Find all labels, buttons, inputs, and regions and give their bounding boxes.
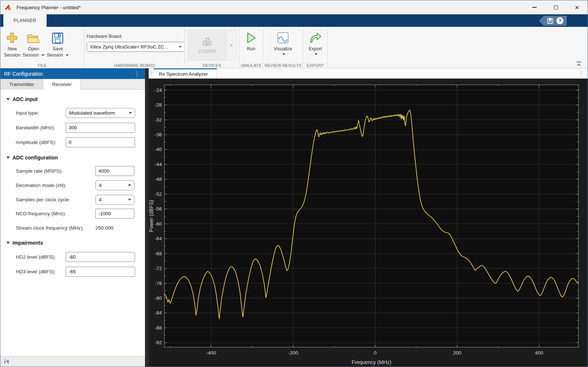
spectrum-plot-canvas[interactable]: -400-2000200400-24-28-32-36-40-44-48-52-… <box>149 79 588 367</box>
svg-text:-88: -88 <box>155 325 162 331</box>
new-session-label: NewSession <box>4 46 20 58</box>
sample-rate-field-wrap <box>95 166 134 176</box>
hardware-board-select[interactable]: Xilinx Zynq UltraScale+ RFSoC ZC... <box>87 42 185 52</box>
nco-frequency-input[interactable] <box>95 209 134 219</box>
maximize-icon <box>554 6 558 10</box>
svg-text:-40: -40 <box>155 147 162 152</box>
samples-per-clock-label: Samples per clock cycle: <box>16 197 70 202</box>
samples-per-clock-value: 4 <box>99 197 102 202</box>
visualize-icon <box>276 30 290 44</box>
open-session-label: OpenSession <box>22 46 44 58</box>
skip-to-start-icon <box>4 359 10 364</box>
chevron-down-icon <box>230 44 233 46</box>
panel-scrollbar[interactable] <box>0 356 145 367</box>
svg-text:Frequency (MHz): Frequency (MHz) <box>352 359 391 365</box>
svg-text:-84: -84 <box>155 310 162 316</box>
svg-text:0: 0 <box>374 350 377 356</box>
input-type-dropdown[interactable]: Modulated waveform <box>66 108 135 118</box>
chevron-down-icon <box>128 184 131 186</box>
section-adc-input[interactable]: ADC input <box>6 96 37 102</box>
rf-configuration-panel: RF Configuration ⋮ Transmitter Receiver … <box>0 68 145 367</box>
tab-receiver[interactable]: Receiver <box>43 79 81 90</box>
collapse-triangle-icon <box>6 156 10 159</box>
tab-drag-handle-icon[interactable]: ⁞⁞ <box>149 68 154 78</box>
close-button[interactable]: ✕ <box>566 0 588 14</box>
visualize-button[interactable]: Visualize <box>274 30 292 55</box>
section-file-label: FILE <box>0 63 84 68</box>
open-session-button[interactable]: OpenSession <box>22 30 44 58</box>
help-icon[interactable]: ? <box>556 17 563 24</box>
section-adc-configuration[interactable]: ADC configuration <box>6 155 58 161</box>
new-session-button[interactable]: NewSession <box>4 30 20 58</box>
tab-transmitter[interactable]: Transmitter <box>0 79 43 90</box>
export-button[interactable]: Export <box>309 30 322 55</box>
skip-to-start-button[interactable] <box>2 357 11 366</box>
open-session-dropdown-icon[interactable] <box>41 54 44 56</box>
hd2-level-label: HD2 level (dBFS): <box>16 254 56 260</box>
section-hardware-board: Hardware Board Xilinx Zynq UltraScale+ R… <box>84 27 185 68</box>
svg-text:-400: -400 <box>206 350 216 356</box>
panel-menu-icon[interactable]: ⋮ <box>134 71 140 77</box>
svg-text:-48: -48 <box>155 176 162 182</box>
input-type-value: Modulated waveform <box>69 110 115 116</box>
section-export-label: EXPORT <box>303 63 327 68</box>
decimation-mode-dropdown[interactable]: 4 <box>95 180 134 190</box>
quick-access-toolbar: ? <box>539 16 567 26</box>
export-dropdown-icon[interactable] <box>315 53 317 55</box>
hd2-level-input[interactable] <box>66 252 135 262</box>
stream-clock-label: Stream clock frequency (MHz): <box>16 225 84 231</box>
section-impairments[interactable]: Impairments <box>6 240 43 246</box>
collapse-ribbon-button[interactable] <box>575 61 582 67</box>
quick-save-icon[interactable] <box>547 18 553 24</box>
tab-rx-spectrum-analyzer[interactable]: Rx Spectrum Analyzer <box>154 68 217 78</box>
app-window: Frequency Planner - untitled* ✕ PLANNER … <box>0 0 588 367</box>
hd3-level-label: HD3 level (dBFS): <box>16 269 56 274</box>
rx-tab-label: Rx Spectrum Analyzer <box>159 71 208 77</box>
minimize-button[interactable] <box>524 0 545 14</box>
save-session-icon <box>51 30 64 44</box>
svg-text:-32: -32 <box>155 117 162 123</box>
section-file: NewSession OpenSession SaveSession FILE <box>0 27 84 68</box>
hd3-level-input[interactable] <box>66 267 135 277</box>
ribbon-tab-planner[interactable]: PLANNER <box>3 14 47 27</box>
svg-text:-76: -76 <box>155 281 162 286</box>
sample-rate-label: Sample rate (MSPS): <box>16 168 63 174</box>
section-review-results-label: REVIEW RESULTS <box>263 63 303 68</box>
rf-config-tabs: Transmitter Receiver <box>0 79 145 90</box>
run-button[interactable]: Run <box>245 30 257 52</box>
minimize-icon <box>532 7 537 7</box>
amplitude-input[interactable] <box>66 137 135 147</box>
spectrum-plot[interactable]: -400-2000200400-24-28-32-36-40-44-48-52-… <box>149 79 588 367</box>
hd3-level-field-wrap <box>66 267 135 277</box>
svg-text:200: 200 <box>453 350 461 356</box>
visualize-dropdown-icon[interactable] <box>282 53 285 55</box>
section-hardware-board-label: HARDWARE BOARD <box>84 63 185 68</box>
maximize-button[interactable] <box>545 0 566 14</box>
svg-text:-92: -92 <box>155 340 162 345</box>
panel-splitter[interactable] <box>145 68 149 367</box>
svg-text:400: 400 <box>535 350 544 356</box>
export-icon <box>309 30 322 44</box>
section-review-results: Visualize REVIEW RESULTS <box>263 27 303 68</box>
device-button-zu28dr[interactable]: ZU28DR <box>188 30 226 61</box>
bandwidth-input[interactable] <box>66 123 135 133</box>
svg-text:-200: -200 <box>288 350 298 356</box>
document-tabstrip: ⁞⁞ Rx Spectrum Analyzer ⋮ <box>149 68 588 79</box>
run-label: Run <box>247 46 255 52</box>
save-session-button[interactable]: SaveSession <box>47 30 69 58</box>
stream-clock-value: 250.000 <box>95 225 113 231</box>
run-icon <box>245 30 257 44</box>
samples-per-clock-dropdown[interactable]: 4 <box>95 195 134 205</box>
svg-text:-28: -28 <box>155 102 162 108</box>
export-label: Export <box>309 46 322 52</box>
document-menu-icon[interactable]: ⋮ <box>579 70 584 76</box>
decimation-mode-value: 4 <box>99 183 102 188</box>
device-dropdown-button[interactable] <box>226 30 237 61</box>
input-type-label: Input type: <box>16 110 39 116</box>
device-name: ZU28DR <box>198 48 217 54</box>
ribbon-toolbar: NewSession OpenSession SaveSession FILE <box>0 27 588 68</box>
divider <box>327 29 328 66</box>
hd2-level-field-wrap <box>66 252 135 262</box>
save-session-dropdown-icon[interactable] <box>66 54 69 56</box>
sample-rate-input[interactable] <box>95 166 134 176</box>
